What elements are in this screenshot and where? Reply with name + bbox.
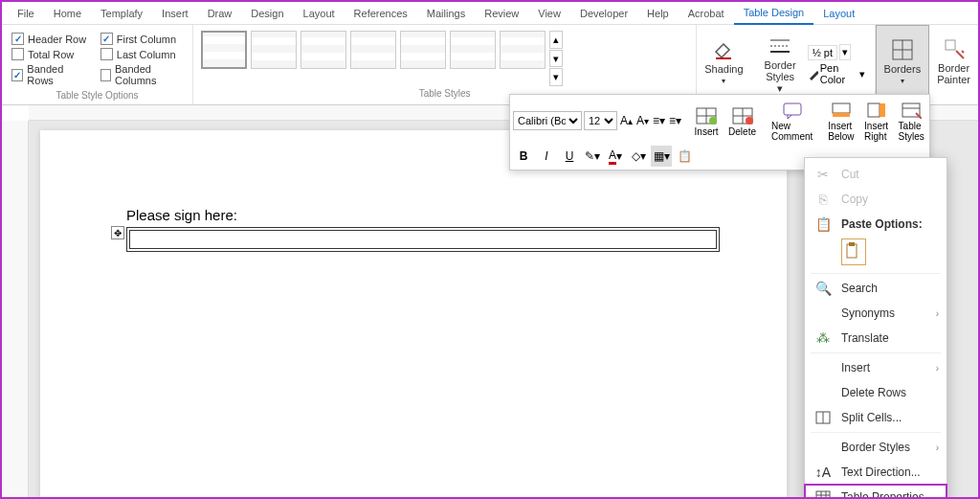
tab-mailings[interactable]: Mailings xyxy=(417,2,475,25)
split-cells-icon xyxy=(814,410,832,425)
scissors-icon: ✂ xyxy=(814,167,832,182)
text-direction-icon: ↕A xyxy=(814,465,832,480)
context-menu: ✂Cut ⎘Copy 📋Paste Options: 🔍Search Synon… xyxy=(804,157,947,499)
tab-insert[interactable]: Insert xyxy=(152,2,198,25)
chevron-right-icon: › xyxy=(936,363,939,374)
svg-rect-0 xyxy=(716,57,731,59)
tab-view[interactable]: View xyxy=(528,2,570,25)
copy-icon: ⎘ xyxy=(814,192,832,207)
tab-draw[interactable]: Draw xyxy=(198,2,242,25)
tab-templafy[interactable]: Templafy xyxy=(91,2,152,25)
svg-rect-16 xyxy=(784,103,801,115)
pen-icon xyxy=(808,67,818,80)
insert-right-button[interactable]: InsertRight xyxy=(860,98,893,144)
clear-formatting-button[interactable]: ◇▾ xyxy=(628,146,649,167)
tab-layout[interactable]: Layout xyxy=(294,2,345,25)
tab-review[interactable]: Review xyxy=(475,2,528,25)
svg-rect-23 xyxy=(847,244,857,258)
tab-file[interactable]: File xyxy=(8,2,44,25)
check-first-column[interactable]: First Column xyxy=(100,33,183,45)
table-delete-button[interactable]: Delete xyxy=(724,103,760,139)
cm-split-cells[interactable]: Split Cells... xyxy=(805,405,947,430)
tab-help[interactable]: Help xyxy=(637,2,679,25)
svg-rect-19 xyxy=(868,103,880,117)
gallery-scroll[interactable]: ▴ ▾ ▾ xyxy=(549,31,563,86)
tab-design[interactable]: Design xyxy=(241,2,293,25)
check-banded-rows[interactable]: Banded Rows xyxy=(11,63,89,86)
pen-color-button[interactable]: Pen Color ▾ xyxy=(808,62,865,85)
delete-table-icon xyxy=(730,105,755,126)
doc-text[interactable]: Please sign here: xyxy=(126,207,768,223)
tab-acrobat[interactable]: Acrobat xyxy=(679,2,734,25)
borders-button[interactable]: Borders▾ xyxy=(876,25,930,98)
tab-references[interactable]: References xyxy=(345,2,417,25)
paste-mini-button[interactable]: 📋 xyxy=(674,146,695,167)
insert-table-icon xyxy=(694,105,719,126)
table-style-thumb[interactable] xyxy=(350,31,396,69)
cm-text-direction[interactable]: ↕AText Direction... xyxy=(805,460,947,485)
new-comment-button[interactable]: NewComment xyxy=(768,98,816,144)
table-style-thumb[interactable] xyxy=(301,31,346,69)
highlight-button[interactable]: ✎▾ xyxy=(582,146,603,167)
cm-copy[interactable]: ⎘Copy xyxy=(805,187,947,212)
svg-rect-17 xyxy=(833,103,850,113)
underline-button[interactable]: U xyxy=(559,146,580,167)
shrink-font-button[interactable]: A▾ xyxy=(635,110,650,131)
grow-font-button[interactable]: A▴ xyxy=(619,110,634,131)
borders-icon xyxy=(891,38,914,61)
numbering-button[interactable]: ≡▾ xyxy=(668,110,682,131)
table-style-thumb[interactable] xyxy=(201,31,247,69)
table-properties-icon xyxy=(814,489,832,499)
check-header-row[interactable]: Header Row xyxy=(11,33,89,45)
border-styles-icon xyxy=(768,35,791,58)
doc-table[interactable] xyxy=(126,227,720,252)
page[interactable]: Please sign here: ✥ xyxy=(40,130,787,497)
tab-layout-context[interactable]: Layout xyxy=(813,2,864,25)
check-last-column[interactable]: Last Column xyxy=(100,48,183,60)
vertical-ruler[interactable] xyxy=(2,121,29,497)
cm-delete-rows[interactable]: Delete Rows xyxy=(805,380,947,405)
group-borders: Border StylesBorderStyles ▾ ½ pt▾ Pen Co… xyxy=(751,25,876,104)
border-styles-button[interactable]: Border StylesBorderStyles ▾ xyxy=(757,32,804,99)
cm-cut[interactable]: ✂Cut xyxy=(805,162,947,187)
italic-button[interactable]: I xyxy=(536,146,557,167)
search-icon: 🔍 xyxy=(814,281,832,296)
cm-search[interactable]: 🔍Search xyxy=(805,276,947,301)
border-mini-button[interactable]: ▦▾ xyxy=(651,146,672,167)
bullets-button[interactable]: ≡▾ xyxy=(652,110,666,131)
table-style-thumb[interactable] xyxy=(251,31,297,69)
bullets-icon: ≡ xyxy=(653,114,659,127)
cm-translate[interactable]: ⁂Translate xyxy=(805,326,947,351)
table-styles-gallery[interactable]: ▴ ▾ ▾ xyxy=(199,29,690,88)
tab-table-design[interactable]: Table Design xyxy=(734,2,814,25)
chevron-right-icon: › xyxy=(936,308,939,319)
table-move-handle[interactable]: ✥ xyxy=(111,226,124,239)
chevron-right-icon: › xyxy=(936,442,939,453)
table-style-thumb[interactable] xyxy=(400,31,446,69)
font-family-select[interactable]: Calibri (Bo xyxy=(513,111,582,130)
check-total-row[interactable]: Total Row xyxy=(11,48,89,60)
group-table-styles: ▴ ▾ ▾ Table Styles xyxy=(193,25,697,104)
font-color-button[interactable]: A▾ xyxy=(605,146,626,167)
check-banded-columns[interactable]: Banded Columns xyxy=(100,63,183,86)
table-style-thumb[interactable] xyxy=(500,31,546,69)
tab-developer[interactable]: Developer xyxy=(570,2,637,25)
pen-width[interactable]: ½ pt xyxy=(808,45,837,60)
svg-rect-18 xyxy=(833,113,850,117)
insert-below-button[interactable]: InsertBelow xyxy=(824,98,858,144)
tab-home[interactable]: Home xyxy=(44,2,91,25)
table-styles-mini-button[interactable]: TableStyles xyxy=(895,98,928,144)
bold-button[interactable]: B xyxy=(513,146,534,167)
cm-synonyms[interactable]: Synonyms› xyxy=(805,301,947,326)
table-insert-button[interactable]: Insert xyxy=(690,103,723,139)
table-styles-icon xyxy=(899,100,924,121)
group-style-options: Header Row First Column Total Row Last C… xyxy=(2,25,193,104)
cm-table-properties[interactable]: Table Properties... xyxy=(805,485,947,499)
paste-option-keep-source[interactable] xyxy=(841,238,866,265)
shading-button[interactable]: Shading▾ xyxy=(697,25,750,98)
table-style-thumb[interactable] xyxy=(450,31,496,69)
font-size-select[interactable]: 12 xyxy=(584,111,617,130)
border-painter-button[interactable]: BorderPainter xyxy=(929,25,978,98)
cm-insert[interactable]: Insert› xyxy=(805,355,947,380)
cm-border-styles[interactable]: Border Styles› xyxy=(805,435,947,460)
